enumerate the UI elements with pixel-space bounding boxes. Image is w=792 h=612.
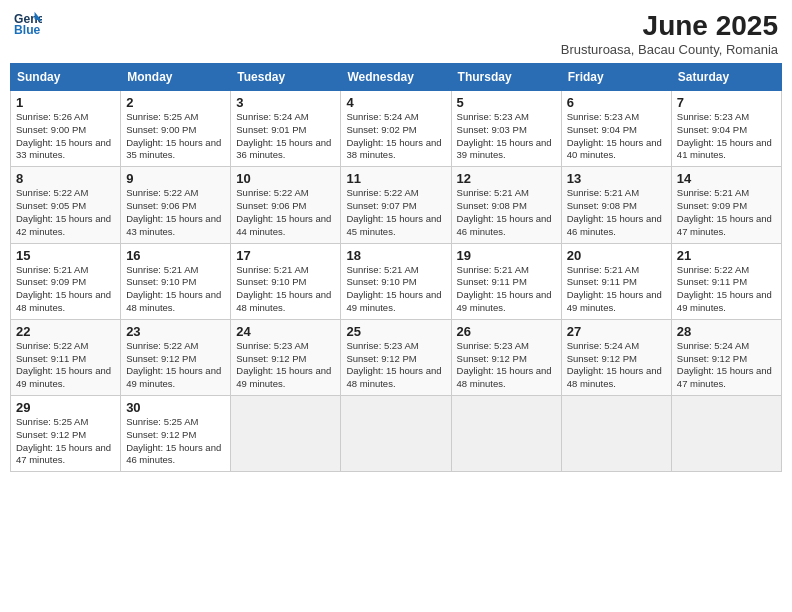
sunset-text: Sunset: 9:12 PM bbox=[16, 429, 86, 440]
sunset-text: Sunset: 9:07 PM bbox=[346, 200, 416, 211]
sunrise-text: Sunrise: 5:26 AM bbox=[16, 111, 88, 122]
daylight-text: Daylight: 15 hours and 49 minutes. bbox=[677, 289, 772, 313]
day-info: Sunrise: 5:23 AM Sunset: 9:03 PM Dayligh… bbox=[457, 111, 556, 162]
day-number: 17 bbox=[236, 248, 335, 263]
sunset-text: Sunset: 9:01 PM bbox=[236, 124, 306, 135]
header-sunday: Sunday bbox=[11, 64, 121, 91]
sunset-text: Sunset: 9:00 PM bbox=[126, 124, 196, 135]
sunrise-text: Sunrise: 5:25 AM bbox=[16, 416, 88, 427]
daylight-text: Daylight: 15 hours and 45 minutes. bbox=[346, 213, 441, 237]
daylight-text: Daylight: 15 hours and 48 minutes. bbox=[567, 365, 662, 389]
sunrise-text: Sunrise: 5:25 AM bbox=[126, 416, 198, 427]
sunset-text: Sunset: 9:12 PM bbox=[126, 429, 196, 440]
sunrise-text: Sunrise: 5:24 AM bbox=[677, 340, 749, 351]
day-info: Sunrise: 5:21 AM Sunset: 9:08 PM Dayligh… bbox=[457, 187, 556, 238]
header-tuesday: Tuesday bbox=[231, 64, 341, 91]
day-info: Sunrise: 5:23 AM Sunset: 9:04 PM Dayligh… bbox=[677, 111, 776, 162]
table-row: 3 Sunrise: 5:24 AM Sunset: 9:01 PM Dayli… bbox=[231, 91, 341, 167]
sunset-text: Sunset: 9:04 PM bbox=[677, 124, 747, 135]
day-number: 8 bbox=[16, 171, 115, 186]
sunrise-text: Sunrise: 5:23 AM bbox=[567, 111, 639, 122]
sunset-text: Sunset: 9:12 PM bbox=[567, 353, 637, 364]
day-number: 30 bbox=[126, 400, 225, 415]
sunrise-text: Sunrise: 5:22 AM bbox=[346, 187, 418, 198]
day-number: 23 bbox=[126, 324, 225, 339]
header-wednesday: Wednesday bbox=[341, 64, 451, 91]
day-number: 12 bbox=[457, 171, 556, 186]
sunrise-text: Sunrise: 5:21 AM bbox=[567, 187, 639, 198]
sunrise-text: Sunrise: 5:25 AM bbox=[126, 111, 198, 122]
day-info: Sunrise: 5:23 AM Sunset: 9:04 PM Dayligh… bbox=[567, 111, 666, 162]
day-number: 2 bbox=[126, 95, 225, 110]
sunrise-text: Sunrise: 5:23 AM bbox=[236, 340, 308, 351]
sunrise-text: Sunrise: 5:21 AM bbox=[677, 187, 749, 198]
table-row bbox=[561, 396, 671, 472]
table-row: 24 Sunrise: 5:23 AM Sunset: 9:12 PM Dayl… bbox=[231, 319, 341, 395]
day-info: Sunrise: 5:22 AM Sunset: 9:05 PM Dayligh… bbox=[16, 187, 115, 238]
day-info: Sunrise: 5:21 AM Sunset: 9:11 PM Dayligh… bbox=[567, 264, 666, 315]
header-friday: Friday bbox=[561, 64, 671, 91]
day-info: Sunrise: 5:25 AM Sunset: 9:12 PM Dayligh… bbox=[126, 416, 225, 467]
sunrise-text: Sunrise: 5:22 AM bbox=[16, 187, 88, 198]
sunrise-text: Sunrise: 5:23 AM bbox=[346, 340, 418, 351]
header-monday: Monday bbox=[121, 64, 231, 91]
daylight-text: Daylight: 15 hours and 38 minutes. bbox=[346, 137, 441, 161]
sunrise-text: Sunrise: 5:21 AM bbox=[567, 264, 639, 275]
table-row: 6 Sunrise: 5:23 AM Sunset: 9:04 PM Dayli… bbox=[561, 91, 671, 167]
table-row: 8 Sunrise: 5:22 AM Sunset: 9:05 PM Dayli… bbox=[11, 167, 121, 243]
daylight-text: Daylight: 15 hours and 39 minutes. bbox=[457, 137, 552, 161]
daylight-text: Daylight: 15 hours and 35 minutes. bbox=[126, 137, 221, 161]
day-info: Sunrise: 5:22 AM Sunset: 9:11 PM Dayligh… bbox=[16, 340, 115, 391]
daylight-text: Daylight: 15 hours and 46 minutes. bbox=[126, 442, 221, 466]
sunrise-text: Sunrise: 5:21 AM bbox=[126, 264, 198, 275]
table-row: 21 Sunrise: 5:22 AM Sunset: 9:11 PM Dayl… bbox=[671, 243, 781, 319]
daylight-text: Daylight: 15 hours and 49 minutes. bbox=[457, 289, 552, 313]
sunrise-text: Sunrise: 5:24 AM bbox=[567, 340, 639, 351]
table-row: 9 Sunrise: 5:22 AM Sunset: 9:06 PM Dayli… bbox=[121, 167, 231, 243]
sunset-text: Sunset: 9:06 PM bbox=[126, 200, 196, 211]
table-row bbox=[451, 396, 561, 472]
table-row: 14 Sunrise: 5:21 AM Sunset: 9:09 PM Dayl… bbox=[671, 167, 781, 243]
sunset-text: Sunset: 9:03 PM bbox=[457, 124, 527, 135]
table-row: 30 Sunrise: 5:25 AM Sunset: 9:12 PM Dayl… bbox=[121, 396, 231, 472]
day-info: Sunrise: 5:24 AM Sunset: 9:02 PM Dayligh… bbox=[346, 111, 445, 162]
table-row: 28 Sunrise: 5:24 AM Sunset: 9:12 PM Dayl… bbox=[671, 319, 781, 395]
calendar-week-3: 15 Sunrise: 5:21 AM Sunset: 9:09 PM Dayl… bbox=[11, 243, 782, 319]
page-subtitle: Brusturoasa, Bacau County, Romania bbox=[561, 42, 778, 57]
sunset-text: Sunset: 9:05 PM bbox=[16, 200, 86, 211]
daylight-text: Daylight: 15 hours and 48 minutes. bbox=[457, 365, 552, 389]
page-header: General Blue June 2025 Brusturoasa, Baca… bbox=[10, 10, 782, 57]
daylight-text: Daylight: 15 hours and 47 minutes. bbox=[677, 213, 772, 237]
daylight-text: Daylight: 15 hours and 48 minutes. bbox=[236, 289, 331, 313]
day-number: 15 bbox=[16, 248, 115, 263]
day-number: 24 bbox=[236, 324, 335, 339]
table-row: 1 Sunrise: 5:26 AM Sunset: 9:00 PM Dayli… bbox=[11, 91, 121, 167]
sunset-text: Sunset: 9:04 PM bbox=[567, 124, 637, 135]
table-row: 20 Sunrise: 5:21 AM Sunset: 9:11 PM Dayl… bbox=[561, 243, 671, 319]
day-number: 14 bbox=[677, 171, 776, 186]
table-row: 22 Sunrise: 5:22 AM Sunset: 9:11 PM Dayl… bbox=[11, 319, 121, 395]
calendar-week-5: 29 Sunrise: 5:25 AM Sunset: 9:12 PM Dayl… bbox=[11, 396, 782, 472]
table-row: 19 Sunrise: 5:21 AM Sunset: 9:11 PM Dayl… bbox=[451, 243, 561, 319]
day-number: 10 bbox=[236, 171, 335, 186]
sunrise-text: Sunrise: 5:22 AM bbox=[677, 264, 749, 275]
calendar-week-2: 8 Sunrise: 5:22 AM Sunset: 9:05 PM Dayli… bbox=[11, 167, 782, 243]
day-info: Sunrise: 5:24 AM Sunset: 9:01 PM Dayligh… bbox=[236, 111, 335, 162]
day-number: 13 bbox=[567, 171, 666, 186]
day-number: 27 bbox=[567, 324, 666, 339]
day-number: 7 bbox=[677, 95, 776, 110]
day-info: Sunrise: 5:25 AM Sunset: 9:12 PM Dayligh… bbox=[16, 416, 115, 467]
daylight-text: Daylight: 15 hours and 47 minutes. bbox=[16, 442, 111, 466]
title-area: June 2025 Brusturoasa, Bacau County, Rom… bbox=[561, 10, 778, 57]
sunset-text: Sunset: 9:02 PM bbox=[346, 124, 416, 135]
day-number: 6 bbox=[567, 95, 666, 110]
daylight-text: Daylight: 15 hours and 40 minutes. bbox=[567, 137, 662, 161]
day-number: 18 bbox=[346, 248, 445, 263]
calendar-table: Sunday Monday Tuesday Wednesday Thursday… bbox=[10, 63, 782, 472]
sunrise-text: Sunrise: 5:24 AM bbox=[346, 111, 418, 122]
table-row: 12 Sunrise: 5:21 AM Sunset: 9:08 PM Dayl… bbox=[451, 167, 561, 243]
sunrise-text: Sunrise: 5:21 AM bbox=[346, 264, 418, 275]
sunrise-text: Sunrise: 5:22 AM bbox=[126, 340, 198, 351]
day-info: Sunrise: 5:23 AM Sunset: 9:12 PM Dayligh… bbox=[457, 340, 556, 391]
daylight-text: Daylight: 15 hours and 43 minutes. bbox=[126, 213, 221, 237]
